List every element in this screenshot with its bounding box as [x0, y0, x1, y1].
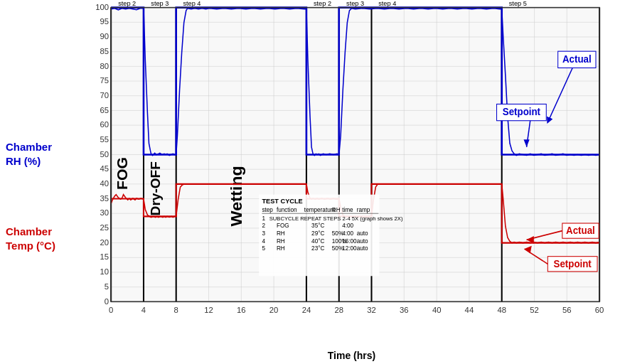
svg-text:60: 60 [595, 306, 604, 314]
svg-text:3: 3 [262, 230, 265, 237]
svg-text:40: 40 [432, 306, 442, 314]
svg-text:35°C: 35°C [311, 222, 324, 229]
svg-text:30: 30 [100, 208, 109, 217]
svg-text:Actual: Actual [566, 225, 595, 236]
svg-text:TEST CYCLE: TEST CYCLE [262, 198, 302, 205]
svg-text:23°C: 23°C [311, 245, 324, 252]
svg-text:8: 8 [174, 306, 178, 314]
svg-text:90: 90 [100, 32, 109, 41]
svg-text:40: 40 [100, 179, 109, 188]
svg-text:Actual: Actual [562, 54, 592, 65]
svg-text:0: 0 [109, 306, 113, 314]
svg-text:36: 36 [400, 306, 409, 314]
svg-text:step 4: step 4 [183, 0, 201, 7]
svg-text:65: 65 [100, 105, 109, 114]
y-axis-labels: Chamber RH (%) Chamber Temp (°C) [0, 0, 78, 364]
svg-text:4:00: 4:00 [342, 230, 353, 237]
svg-text:step 4: step 4 [378, 0, 396, 7]
svg-text:10: 10 [100, 267, 109, 276]
chamber-rh-label: Chamber RH (%) [6, 140, 52, 168]
svg-text:60: 60 [100, 120, 109, 129]
svg-text:24: 24 [302, 306, 311, 314]
svg-text:0: 0 [105, 296, 109, 305]
svg-text:step: step [262, 206, 273, 213]
svg-text:step 2: step 2 [314, 0, 331, 7]
chart-container: Chamber RH (%) Chamber Temp (°C) [0, 0, 625, 364]
svg-text:step 2: step 2 [118, 0, 136, 7]
svg-text:35: 35 [100, 194, 109, 203]
step-labels-top: step 2 step 3 step 4 step 2 step 3 step … [118, 0, 527, 7]
svg-text:step 5: step 5 [509, 0, 527, 7]
svg-text:auto: auto [357, 230, 368, 237]
svg-text:step 3: step 3 [346, 0, 364, 7]
svg-text:5: 5 [105, 282, 109, 291]
svg-text:RH: RH [277, 245, 285, 252]
svg-text:20: 20 [100, 238, 109, 247]
svg-text:85: 85 [100, 47, 109, 55]
svg-text:RH: RH [277, 237, 285, 244]
svg-text:12:00: 12:00 [342, 245, 357, 252]
svg-text:16: 16 [237, 306, 246, 314]
svg-text:4: 4 [141, 306, 146, 314]
svg-text:Setpoint: Setpoint [554, 258, 592, 269]
y-tick-labels: 0 5 10 15 20 25 30 35 40 45 50 55 60 65 … [95, 3, 109, 306]
svg-text:Setpoint: Setpoint [503, 107, 541, 117]
svg-text:52: 52 [530, 306, 539, 314]
svg-text:45: 45 [100, 164, 109, 173]
svg-text:SUBCYCLE REPEAT STEPS 2-4 5X (: SUBCYCLE REPEAT STEPS 2-4 5X (graph show… [269, 215, 403, 222]
svg-text:56: 56 [562, 306, 572, 314]
chamber-temp-label: Chamber Temp (°C) [6, 225, 55, 252]
svg-text:step 3: step 3 [151, 0, 169, 7]
svg-text:1: 1 [262, 215, 265, 222]
svg-text:4: 4 [262, 237, 265, 244]
svg-text:95: 95 [100, 17, 109, 26]
svg-text:RH: RH [277, 230, 285, 237]
svg-text:100: 100 [95, 3, 109, 11]
svg-text:70: 70 [100, 91, 109, 100]
svg-text:ramp: ramp [357, 206, 370, 213]
svg-text:50: 50 [100, 149, 109, 158]
svg-text:29°C: 29°C [311, 230, 324, 237]
chart-svg-wrapper: 0 5 10 15 20 25 30 35 40 45 50 55 60 65 … [78, 0, 625, 347]
svg-text:auto: auto [357, 237, 368, 244]
fog-label: FOG [114, 157, 130, 190]
svg-text:function: function [277, 206, 297, 213]
x-tick-labels: 0 4 8 12 16 20 24 28 32 36 40 44 48 52 5… [109, 306, 604, 314]
svg-text:20: 20 [269, 306, 279, 314]
svg-text:RH: RH [332, 206, 341, 213]
svg-text:32: 32 [367, 306, 376, 314]
svg-text:4:00: 4:00 [342, 222, 353, 229]
svg-text:75: 75 [100, 76, 109, 85]
svg-text:temperature: temperature [304, 206, 336, 213]
svg-text:25: 25 [100, 223, 109, 232]
svg-text:15: 15 [100, 252, 109, 261]
svg-text:80: 80 [100, 61, 109, 70]
svg-text:28: 28 [334, 306, 343, 314]
svg-text:2: 2 [262, 222, 265, 229]
svg-text:48: 48 [497, 306, 506, 314]
svg-text:12: 12 [204, 306, 213, 314]
svg-text:40°C: 40°C [311, 237, 324, 244]
dry-off-label: Dry-OFF [148, 161, 163, 215]
main-chart-area: 0 5 10 15 20 25 30 35 40 45 50 55 60 65 … [78, 0, 625, 364]
svg-text:5: 5 [262, 245, 265, 252]
svg-text:FOG: FOG [277, 222, 289, 229]
x-axis-label: Time (hrs) [78, 347, 625, 364]
svg-text:time: time [342, 206, 353, 213]
svg-text:16:00: 16:00 [342, 237, 357, 244]
svg-text:55: 55 [100, 135, 109, 144]
svg-text:auto: auto [357, 245, 368, 252]
svg-text:44: 44 [465, 306, 474, 314]
wetting-label: Wetting [227, 166, 245, 226]
chart-svg: 0 5 10 15 20 25 30 35 40 45 50 55 60 65 … [78, 0, 625, 347]
